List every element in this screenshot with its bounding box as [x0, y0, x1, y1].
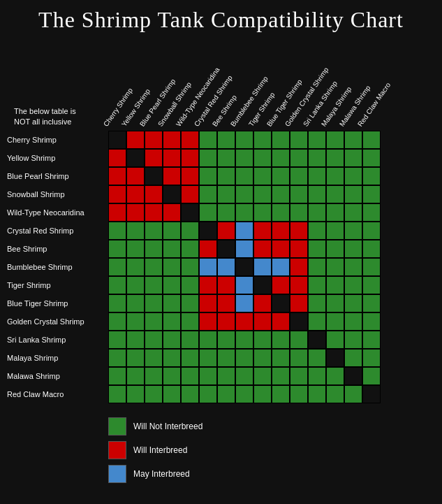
- cell-0-8: [253, 131, 272, 149]
- cell-0-6: [217, 131, 235, 149]
- row-label-2: Blue Pearl Shrimp: [7, 167, 108, 185]
- cell-14-1: [126, 385, 145, 403]
- cell-2-9: [272, 167, 290, 185]
- cell-13-4: [181, 367, 199, 385]
- cell-3-14: [362, 185, 381, 203]
- cell-4-9: [272, 203, 290, 222]
- table-row: Bumblebee Shrimp: [7, 258, 435, 276]
- cell-14-12: [326, 385, 344, 403]
- cell-12-10: [290, 349, 308, 367]
- cell-4-10: [290, 203, 308, 222]
- cell-8-9: [272, 276, 290, 294]
- cell-5-3: [163, 222, 181, 240]
- cell-7-1: [126, 258, 145, 276]
- cell-0-11: [308, 131, 326, 149]
- cell-5-9: [272, 222, 290, 240]
- cell-0-1: [126, 131, 145, 149]
- cell-6-13: [344, 240, 362, 258]
- row-label-7: Bumblebee Shrimp: [7, 258, 108, 276]
- cell-11-11: [308, 331, 326, 349]
- cell-2-2: [145, 167, 163, 185]
- cell-2-6: [217, 167, 235, 185]
- cell-7-11: [308, 258, 326, 276]
- cell-1-7: [235, 149, 253, 167]
- cell-10-7: [235, 312, 253, 331]
- cell-10-8: [253, 312, 272, 331]
- cell-6-5: [199, 240, 217, 258]
- cell-0-10: [290, 131, 308, 149]
- legend: Will Not InterbreedWill InterbreedMay In…: [108, 417, 435, 483]
- cell-14-6: [217, 385, 235, 403]
- cell-12-14: [362, 349, 381, 367]
- cell-5-5: [199, 222, 217, 240]
- cell-7-10: [290, 258, 308, 276]
- cell-11-5: [199, 331, 217, 349]
- row-label-3: Snowball Shrimp: [7, 185, 108, 203]
- cell-11-13: [344, 331, 362, 349]
- cell-9-5: [199, 294, 217, 312]
- cell-2-7: [235, 167, 253, 185]
- cell-1-9: [272, 149, 290, 167]
- cell-6-8: [253, 240, 272, 258]
- cell-5-7: [235, 222, 253, 240]
- cell-9-14: [362, 294, 381, 312]
- cell-2-11: [308, 167, 326, 185]
- full-layout: Cherry ShrimpYellow ShrimpBlue Pearl Shr…: [7, 40, 435, 403]
- cell-4-0: [108, 203, 126, 222]
- legend-label-2: May Interbreed: [133, 469, 190, 479]
- cell-8-5: [199, 276, 217, 294]
- cell-3-11: [308, 185, 326, 203]
- cell-5-2: [145, 222, 163, 240]
- table-row: Blue Pearl Shrimp: [7, 167, 435, 185]
- cell-6-12: [326, 240, 344, 258]
- cell-1-3: [163, 149, 181, 167]
- cell-9-10: [290, 294, 308, 312]
- cell-2-3: [163, 167, 181, 185]
- cell-6-2: [145, 240, 163, 258]
- cell-4-13: [344, 203, 362, 222]
- row-label-1: Yellow Shrimp: [7, 149, 108, 167]
- cell-2-1: [126, 167, 145, 185]
- row-label-12: Malaya Shrimp: [7, 349, 108, 367]
- cell-12-6: [217, 349, 235, 367]
- cell-10-4: [181, 312, 199, 331]
- row-label-10: Golden Crystal Shrimp: [7, 312, 108, 331]
- cell-0-5: [199, 131, 217, 149]
- cell-0-14: [362, 131, 381, 149]
- cell-12-13: [344, 349, 362, 367]
- cell-4-8: [253, 203, 272, 222]
- cell-10-3: [163, 312, 181, 331]
- cell-12-9: [272, 349, 290, 367]
- table-row: Snowball Shrimp: [7, 185, 435, 203]
- cell-11-3: [163, 331, 181, 349]
- cell-0-9: [272, 131, 290, 149]
- cell-11-4: [181, 331, 199, 349]
- cell-13-7: [235, 367, 253, 385]
- cell-14-5: [199, 385, 217, 403]
- cell-1-10: [290, 149, 308, 167]
- cell-10-14: [362, 312, 381, 331]
- cell-7-0: [108, 258, 126, 276]
- cell-10-5: [199, 312, 217, 331]
- cell-11-9: [272, 331, 290, 349]
- table-row: Malawa Shrimp: [7, 367, 435, 385]
- row-label-0: Cherry Shrimp: [7, 131, 108, 149]
- cell-4-7: [235, 203, 253, 222]
- cell-1-1: [126, 149, 145, 167]
- cell-8-13: [344, 276, 362, 294]
- cell-0-3: [163, 131, 181, 149]
- table-row: Tiger Shrimp: [7, 276, 435, 294]
- legend-box-green: [108, 417, 126, 435]
- legend-item-1: Will Interbreed: [108, 441, 435, 459]
- cell-0-7: [235, 131, 253, 149]
- data-rows: Cherry ShrimpYellow ShrimpBlue Pearl Shr…: [7, 131, 435, 403]
- cell-3-1: [126, 185, 145, 203]
- cell-4-1: [126, 203, 145, 222]
- cell-10-0: [108, 312, 126, 331]
- cell-11-10: [290, 331, 308, 349]
- cell-0-2: [145, 131, 163, 149]
- page-title: The Shrimp Tank Compatibility Chart: [7, 7, 435, 33]
- cell-11-7: [235, 331, 253, 349]
- cell-12-2: [145, 349, 163, 367]
- cell-3-9: [272, 185, 290, 203]
